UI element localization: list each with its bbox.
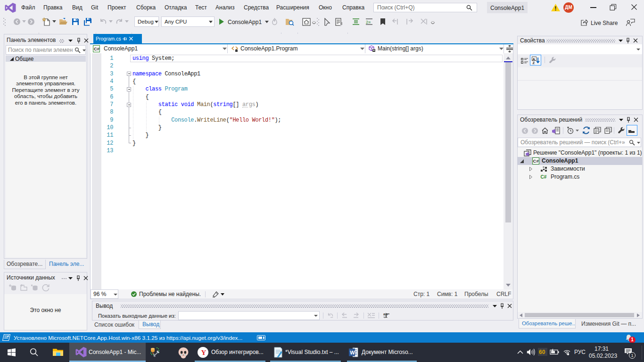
svg-text:Z: Z — [533, 61, 535, 65]
svg-text:W: W — [350, 350, 355, 355]
svg-text:C#: C# — [533, 158, 539, 164]
svg-text:C#: C# — [541, 174, 547, 180]
svg-text:C#: C# — [94, 46, 100, 51]
svg-text:2≡: 2≡ — [366, 20, 371, 25]
